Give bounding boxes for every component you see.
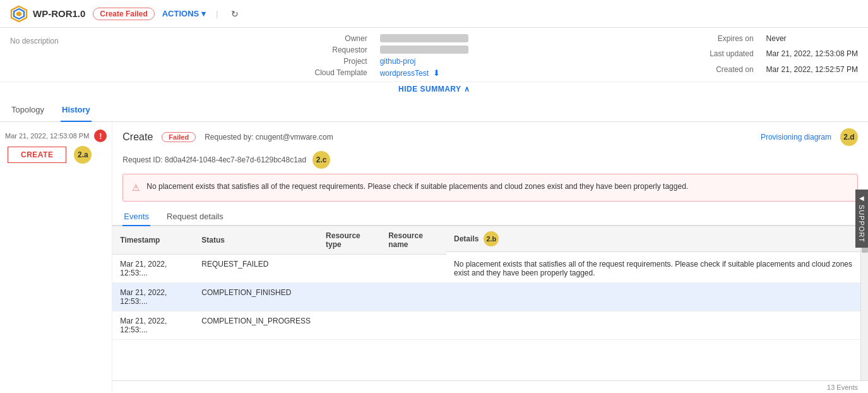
requestor-label: Requestor bbox=[111, 45, 367, 54]
cell-status: COMPLETION_IN_PROGRESS bbox=[194, 311, 318, 340]
cell-details: No placement exists that satisfies all o… bbox=[446, 255, 868, 283]
error-banner: ⚠ No placement exists that satisfies all… bbox=[122, 174, 858, 202]
cell-resource-name bbox=[381, 255, 446, 283]
last-updated-label: Last updated bbox=[710, 49, 753, 62]
cell-status: REQUEST_FAILED bbox=[194, 255, 318, 283]
project-link[interactable]: github-proj bbox=[380, 57, 416, 66]
app-name: WP-ROR1.0 bbox=[33, 8, 85, 19]
badge-2a: 2.a bbox=[74, 146, 92, 164]
cloud-template-link[interactable]: wordpressTest bbox=[380, 69, 429, 78]
cell-details bbox=[446, 283, 868, 311]
table-row: Mar 21, 2022, 12:53:... REQUEST_FAILED N… bbox=[112, 255, 868, 283]
actions-button[interactable]: ACTIONS ▾ bbox=[162, 9, 206, 18]
cell-timestamp: Mar 21, 2022, 12:53:... bbox=[112, 311, 194, 340]
chevron-up-icon: ∧ bbox=[464, 85, 470, 94]
expires-value: Never bbox=[766, 34, 858, 47]
scrollbar-track[interactable] bbox=[860, 226, 868, 380]
col-timestamp: Timestamp bbox=[112, 226, 194, 255]
events-table: Timestamp Status Resource type Resource … bbox=[112, 226, 868, 340]
table-row: Mar 21, 2022, 12:53:... COMPLETION_IN_PR… bbox=[112, 311, 868, 340]
col-resource-name: Resource name bbox=[381, 226, 446, 255]
app-logo: WP-ROR1.0 bbox=[10, 5, 85, 23]
cloud-template-label: Cloud Template bbox=[111, 68, 367, 78]
col-status: Status bbox=[194, 226, 318, 255]
cell-resource-name bbox=[381, 311, 446, 340]
no-description: No description bbox=[10, 34, 86, 78]
chevron-down-icon: ▾ bbox=[201, 9, 206, 18]
created-on-label: Created on bbox=[710, 65, 753, 78]
support-arrow-icon: ◀ bbox=[859, 195, 865, 202]
summary-fields: Owner Requestor Project github-proj Clou… bbox=[111, 34, 672, 78]
request-id-row: Request ID: 8d0a42f4-1048-4ec7-8e7d-6129… bbox=[112, 150, 868, 174]
cell-resource-type bbox=[318, 311, 381, 340]
sub-tabs: Events Request details bbox=[112, 208, 868, 226]
col-resource-type: Resource type bbox=[318, 226, 381, 255]
tab-history[interactable]: History bbox=[61, 99, 92, 122]
badge-2b: 2.b bbox=[484, 231, 499, 246]
cell-status: COMPLETION_FINISHED bbox=[194, 283, 318, 311]
tabs-bar: Topology History bbox=[0, 99, 868, 122]
refresh-icon[interactable]: ↻ bbox=[231, 9, 239, 19]
project-value: github-proj bbox=[380, 57, 672, 66]
requestor-value bbox=[380, 45, 672, 54]
summary-area: No description Owner Requestor Project g… bbox=[0, 28, 868, 82]
events-footer: 13 Events bbox=[112, 380, 868, 393]
top-header: WP-ROR1.0 Create Failed ACTIONS ▾ | ↻ bbox=[0, 0, 868, 28]
hide-summary-button[interactable]: HIDE SUMMARY ∧ bbox=[0, 82, 868, 99]
owner-label: Owner bbox=[111, 34, 367, 43]
error-message: No placement exists that satisfies all o… bbox=[146, 181, 688, 195]
app-logo-icon bbox=[10, 5, 28, 23]
table-row: Mar 21, 2022, 12:53:... COMPLETION_FINIS… bbox=[112, 283, 868, 311]
timeline-date: Mar 21, 2022, 12:53:08 PM bbox=[5, 132, 89, 140]
timeline-column: Mar 21, 2022, 12:53:08 PM ! CREATE 2.a bbox=[0, 122, 112, 393]
cell-details bbox=[446, 311, 868, 340]
requested-by: Requested by: cnugent@vmware.com bbox=[205, 133, 333, 142]
created-on-value: Mar 21, 2022, 12:52:57 PM bbox=[766, 65, 858, 78]
last-updated-value: Mar 21, 2022, 12:53:08 PM bbox=[766, 49, 858, 62]
summary-dates: Expires on Never Last updated Mar 21, 20… bbox=[710, 34, 858, 78]
detail-header: Create Failed Requested by: cnugent@vmwa… bbox=[112, 122, 868, 150]
svg-marker-2 bbox=[16, 11, 21, 16]
request-id: Request ID: 8d0a42f4-1048-4ec7-8e7d-6129… bbox=[122, 155, 306, 164]
badge-2d: 2.d bbox=[840, 128, 858, 146]
download-icon[interactable]: ⬇ bbox=[433, 68, 440, 78]
cell-timestamp: Mar 21, 2022, 12:53:... bbox=[112, 255, 194, 283]
sub-tab-request-details[interactable]: Request details bbox=[165, 208, 225, 226]
error-icon: ! bbox=[94, 130, 107, 142]
provisioning-diagram-link[interactable]: Provisioning diagram bbox=[761, 133, 831, 142]
support-tab[interactable]: ◀ SUPPORT bbox=[855, 190, 868, 248]
col-details: Details 2.b bbox=[446, 226, 868, 252]
timeline-entry: Mar 21, 2022, 12:53:08 PM ! bbox=[5, 130, 107, 142]
badge-2c: 2.c bbox=[312, 151, 330, 169]
cloud-template-value: wordpressTest ⬇ bbox=[380, 68, 672, 78]
project-label: Project bbox=[111, 57, 367, 66]
owner-value bbox=[380, 34, 672, 43]
create-button[interactable]: CREATE bbox=[8, 147, 66, 163]
failed-badge: Failed bbox=[162, 132, 196, 142]
cell-resource-name bbox=[381, 283, 446, 311]
cell-resource-type bbox=[318, 283, 381, 311]
cell-resource-type bbox=[318, 255, 381, 283]
sub-tab-events[interactable]: Events bbox=[122, 208, 150, 226]
status-badge: Create Failed bbox=[93, 8, 154, 20]
tab-topology[interactable]: Topology bbox=[10, 99, 45, 122]
expires-label: Expires on bbox=[710, 34, 753, 47]
cell-timestamp: Mar 21, 2022, 12:53:... bbox=[112, 283, 194, 311]
detail-panel: Create Failed Requested by: cnugent@vmwa… bbox=[112, 122, 868, 393]
warning-icon: ⚠ bbox=[132, 181, 140, 195]
detail-title: Create bbox=[122, 131, 153, 143]
events-table-wrapper[interactable]: Timestamp Status Resource type Resource … bbox=[112, 226, 868, 340]
separator: | bbox=[216, 9, 218, 18]
